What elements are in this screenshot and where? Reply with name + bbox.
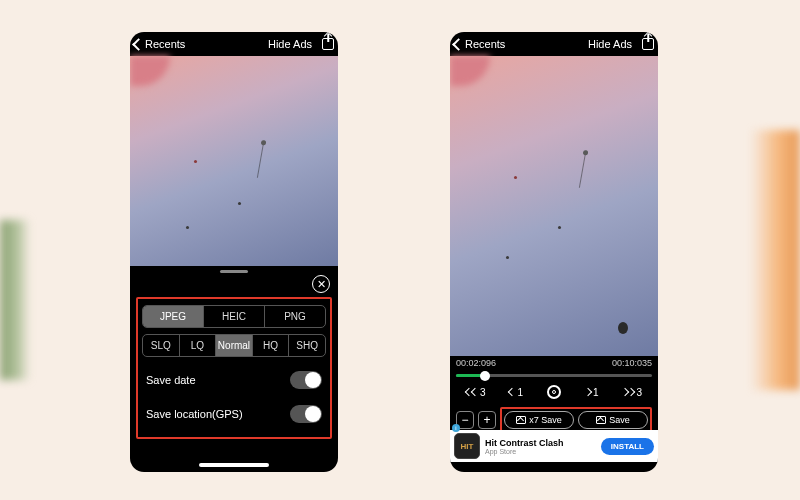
save-location-label: Save location(GPS) [146,408,243,420]
quality-hq[interactable]: HQ [252,335,289,356]
quality-normal[interactable]: Normal [215,335,252,356]
home-indicator [519,463,589,467]
options-highlight-box: JPEG HEIC PNG SLQ LQ Normal HQ SHQ Save … [136,297,332,439]
quality-shq[interactable]: SHQ [288,335,325,356]
back-button[interactable]: Recents [454,38,505,50]
top-bar: Recents Hide Ads [130,32,338,54]
sheet-handle[interactable] [220,270,248,273]
ad-app-icon: HIT [454,433,480,459]
format-png[interactable]: PNG [264,306,325,327]
back-button[interactable]: Recents [134,38,185,50]
chevron-left-icon [452,38,465,51]
save-multi-button[interactable]: x7 Save [504,411,574,429]
gear-icon[interactable] [547,385,561,399]
preview-image [130,56,338,266]
ad-close-icon[interactable]: i [452,424,460,432]
time-bar: 00:02:096 00:10:035 [450,356,658,370]
top-bar: Recents Hide Ads [450,32,658,54]
close-icon[interactable]: ✕ [312,275,330,293]
decorative-brush-right [750,130,800,390]
images-icon [516,416,526,424]
format-segment: JPEG HEIC PNG [142,305,326,328]
current-time: 00:02:096 [456,358,496,368]
home-indicator [199,463,269,467]
forward-1-button[interactable]: 1 [585,387,599,398]
hide-ads-button[interactable]: Hide Ads [588,38,632,50]
chevron-left-icon [132,38,145,51]
phone-screenshot-right: Recents Hide Ads 00:02:096 00:10:035 3 1 [450,32,658,472]
image-icon [596,416,606,424]
total-time: 00:10:035 [612,358,652,368]
save-date-label: Save date [146,374,196,386]
share-icon[interactable] [642,38,654,50]
share-icon[interactable] [322,38,334,50]
save-date-toggle[interactable] [290,371,322,389]
save-location-row: Save location(GPS) [142,397,326,431]
playback-controls: 3 1 1 3 [450,381,658,403]
scrubber[interactable] [456,374,652,377]
hide-ads-button[interactable]: Hide Ads [268,38,312,50]
forward-3-button[interactable]: 3 [622,387,642,398]
save-button[interactable]: Save [578,411,648,429]
quality-lq[interactable]: LQ [179,335,216,356]
format-heic[interactable]: HEIC [203,306,264,327]
scrubber-knob[interactable] [480,371,490,381]
back-label: Recents [145,38,185,50]
plus-button[interactable]: + [478,411,496,429]
back-1-button[interactable]: 1 [509,387,523,398]
quality-segment: SLQ LQ Normal HQ SHQ [142,334,326,357]
back-label: Recents [465,38,505,50]
format-jpeg[interactable]: JPEG [143,306,203,327]
phone-screenshot-left: Recents Hide Ads ✕ JPEG HEIC PNG SLQ LQ … [130,32,338,472]
save-location-toggle[interactable] [290,405,322,423]
ad-title: Hit Contrast Clash [485,438,596,448]
ad-subtitle: App Store [485,448,596,455]
ad-banner[interactable]: i HIT Hit Contrast Clash App Store INSTA… [450,430,658,462]
ad-install-button[interactable]: INSTALL [601,438,654,455]
rewind-3-button[interactable]: 3 [466,387,486,398]
quality-slq[interactable]: SLQ [143,335,179,356]
preview-image [450,56,658,356]
save-date-row: Save date [142,363,326,397]
decorative-brush-left [0,220,30,380]
